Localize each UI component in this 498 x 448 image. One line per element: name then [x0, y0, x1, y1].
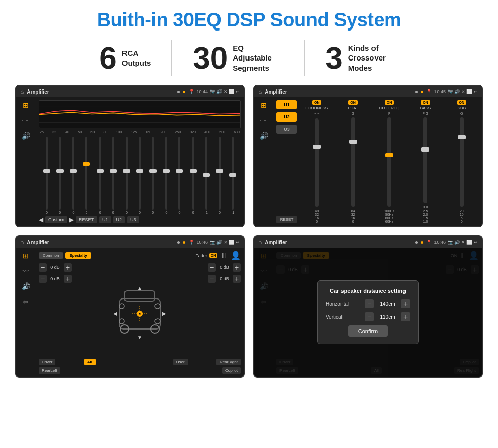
rr-value: 0 dB [217, 276, 231, 281]
home-icon[interactable]: ⌂ [20, 88, 24, 95]
driver-btn[interactable]: Driver [39, 359, 55, 365]
dialog-status-bar: ⌂ Amplifier 📍 10:46 📷 🔊 ✕ ⬜ ↩ [254, 236, 482, 248]
crossover-u1[interactable]: U1 [276, 100, 297, 109]
eq-custom-btn[interactable]: Custom [45, 216, 67, 223]
screen-dialog: ⌂ Amplifier 📍 10:46 📷 🔊 ✕ ⬜ ↩ ⊞ 〰 🔊 ⇔ [253, 235, 483, 378]
vertical-plus[interactable]: + [401, 312, 410, 321]
slider-9: 0 [160, 136, 172, 214]
sub-on[interactable]: ON [457, 100, 467, 105]
db-row-rl: − 0 dB + [39, 275, 72, 283]
dialog-vertical-row: Vertical − 110cm + [326, 312, 410, 321]
crossover-u2[interactable]: U2 [276, 112, 297, 122]
rearright-btn[interactable]: RearRight [216, 359, 241, 365]
fader-settings-icon[interactable]: 👤 [231, 251, 241, 260]
eq-sidebar-speaker[interactable]: 🔊 [22, 132, 30, 140]
all-btn[interactable]: All [84, 359, 96, 365]
fader-sidebar-arrows[interactable]: ⇔ [23, 297, 29, 306]
fl-plus[interactable]: + [64, 263, 72, 272]
rr-plus[interactable]: + [233, 275, 241, 283]
dialog-title-bar: Amplifier [265, 240, 412, 245]
horizontal-minus[interactable]: − [365, 299, 374, 308]
common-tab[interactable]: Common [39, 252, 63, 259]
crossover-status-icons: 📍 10:45 📷 🔊 ✕ ⬜ ↩ [426, 89, 478, 94]
dialog-status-icons: 📍 10:46 📷 🔊 ✕ ⬜ ↩ [426, 240, 478, 245]
crossover-content: ⊞ 〰 🔊 U1 U2 U3 RESET ON LO [254, 97, 482, 226]
dialog-box: Car speaker distance setting Horizontal … [317, 280, 419, 344]
dialog-dot2 [421, 241, 423, 244]
phat-slider[interactable] [351, 117, 355, 207]
crossover-sidebar: ⊞ 〰 🔊 [254, 97, 273, 226]
eq-u2-btn[interactable]: U2 [113, 216, 126, 223]
fl-minus[interactable]: − [39, 263, 47, 272]
rr-minus[interactable]: − [208, 275, 216, 283]
screen-eq: ⌂ Amplifier 📍 10:44 📷 🔊 ✕ ⬜ ↩ ⊞ 〰 🔊 [15, 85, 245, 227]
eq-u3-btn[interactable]: U3 [127, 216, 139, 223]
db-row-rr: − 0 dB + [208, 275, 241, 283]
eq-u1-btn[interactable]: U1 [99, 216, 111, 223]
loudness-label: LOUDNESS [305, 106, 328, 110]
screen-crossover: ⌂ Amplifier 📍 10:45 📷 🔊 ✕ ⬜ ↩ ⊞ 〰 🔊 U1 [253, 85, 483, 227]
slider-14: -1 [227, 136, 239, 214]
fader-tab-row: Common Specialty Fader ON ||| 👤 [39, 251, 241, 260]
vertical-minus[interactable]: − [365, 312, 374, 321]
dialog-home-icon[interactable]: ⌂ [258, 238, 262, 246]
rl-minus[interactable]: − [39, 275, 47, 283]
eq-sidebar-tune[interactable]: ⊞ [23, 101, 29, 109]
crossover-home-icon[interactable]: ⌂ [258, 88, 262, 95]
specialty-tab[interactable]: Specialty [65, 252, 91, 259]
col-bass: ON BASS F G 3.02.52.01.51.0 [409, 100, 442, 223]
stat-rca: 6 RCA Outputs [79, 42, 171, 74]
confirm-button[interactable]: Confirm [348, 325, 388, 337]
eq-next[interactable]: ▶ [69, 216, 74, 223]
fader-bottom-row: Driver All User RearRight [39, 359, 241, 365]
rl-plus[interactable]: + [64, 275, 72, 283]
copilot-btn[interactable]: Copilot [222, 367, 241, 374]
stat-eq-label: EQ Adjustable Segments [233, 43, 284, 73]
crossover-sidebar-tune[interactable]: ⊞ [261, 101, 267, 109]
fader-bars: ||| [222, 253, 226, 258]
loudness-values: 4832160 [315, 209, 319, 223]
fader-home-icon[interactable]: ⌂ [20, 238, 24, 246]
fader-dot2 [183, 241, 185, 244]
fader-label: Fader [195, 253, 207, 258]
fader-sidebar-speaker[interactable]: 🔊 [22, 282, 30, 290]
horizontal-label: Horizontal [326, 301, 349, 307]
crossover-sidebar-speaker[interactable]: 🔊 [260, 132, 268, 140]
user-btn[interactable]: User [173, 359, 188, 365]
horizontal-plus[interactable]: + [401, 299, 410, 308]
svg-point-12 [155, 304, 160, 309]
crossover-sidebar-wave[interactable]: 〰 [260, 116, 267, 125]
col-sub: ON SUB G 201550 [445, 100, 479, 223]
cutfreq-slider[interactable] [387, 117, 391, 207]
sub-slider[interactable] [460, 117, 464, 207]
fr-minus[interactable]: − [208, 263, 216, 272]
fader-on-badge[interactable]: ON [209, 253, 218, 258]
horizontal-controls: − 140cm + [365, 299, 410, 308]
col-loudness: ON LOUDNESS ~ ~ 4832160 [300, 100, 333, 223]
fader-screen-content: ⊞ 〰 🔊 ⇔ Common Specialty Fader ON ||| 👤 [16, 248, 244, 377]
crossover-u3[interactable]: U3 [276, 125, 297, 134]
slider-12: -1 [200, 136, 212, 214]
screen-fader: ⌂ Amplifier 📍 10:46 📷 🔊 ✕ ⬜ ↩ ⊞ 〰 🔊 ⇔ [15, 235, 245, 378]
bass-slider[interactable] [423, 117, 427, 203]
svg-point-13 [119, 319, 124, 324]
loudness-slider[interactable] [315, 118, 319, 207]
rearleft-btn[interactable]: RearLeft [39, 367, 60, 374]
crossover-reset[interactable]: RESET [276, 216, 297, 223]
fr-plus[interactable]: + [233, 263, 241, 272]
eq-sidebar-wave[interactable]: 〰 [22, 116, 29, 125]
slider-2: 0 [67, 136, 79, 214]
bass-label: BASS [420, 106, 431, 110]
rl-value: 0 dB [48, 276, 62, 281]
bass-on[interactable]: ON [421, 100, 430, 105]
cutfreq-on[interactable]: ON [385, 100, 394, 105]
col-cutfreq: ON CUT FREQ F 100Hz90Hz80Hz60Hz [372, 100, 406, 223]
eq-reset-btn[interactable]: RESET [76, 216, 97, 223]
fader-sidebar-wave[interactable]: 〰 [22, 267, 29, 275]
fader-sidebar-tune[interactable]: ⊞ [23, 252, 29, 260]
eq-prev[interactable]: ◀ [39, 216, 43, 223]
phat-values: 6432160 [351, 209, 355, 223]
phat-on[interactable]: ON [348, 100, 358, 105]
loudness-on[interactable]: ON [312, 100, 322, 105]
slider-3: 5 [80, 136, 92, 214]
